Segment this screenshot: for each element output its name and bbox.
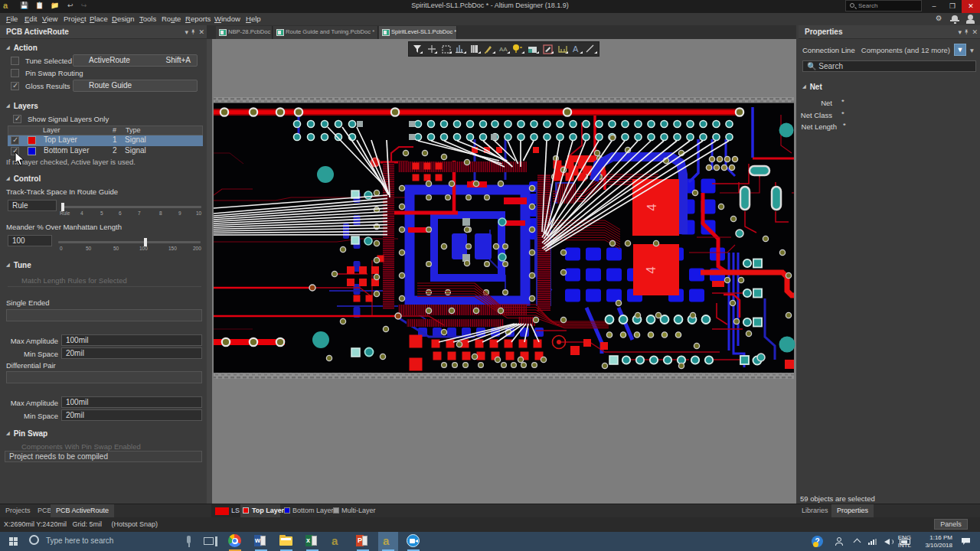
svg-text:A: A (573, 44, 579, 54)
svg-text:4: 4 (645, 204, 659, 210)
svg-text:4: 4 (644, 266, 658, 273)
svg-text:AA: AA (499, 46, 508, 53)
